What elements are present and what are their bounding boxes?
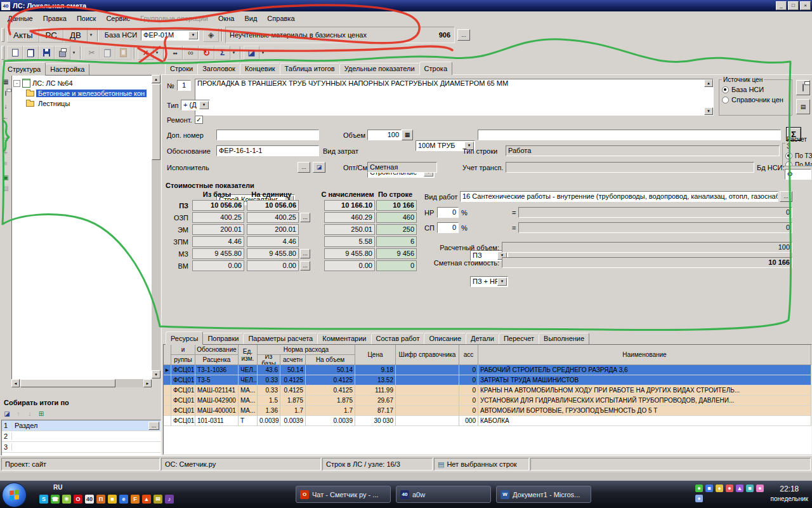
quick-launch-icon[interactable]: S xyxy=(39,495,48,504)
header-mass[interactable]: асс xyxy=(459,345,478,365)
header-code[interactable]: Шифр справочника xyxy=(396,345,459,365)
cost-more-button[interactable]: ... xyxy=(300,249,310,258)
base-nsi-select[interactable]: ФЕР-01М ▼ xyxy=(141,30,199,41)
type-select[interactable]: + (Д ▼ xyxy=(181,100,210,110)
work-type-field[interactable]: 16 Сантехнические работы - внутренние (т… xyxy=(460,191,778,202)
tray-icon[interactable]: ♦ xyxy=(695,495,703,502)
recalculate-button[interactable]: ↻ xyxy=(199,46,214,60)
move-left-button[interactable]: ← xyxy=(1,112,11,122)
volume-field[interactable]: 100 xyxy=(367,130,402,140)
header-basis[interactable]: Обоснование xyxy=(195,345,239,355)
nr-percent-field[interactable]: 0 xyxy=(437,207,459,218)
quick-launch-icon[interactable]: 40 xyxy=(85,495,94,504)
task-button[interactable]: О Чат - Сметчик ру - ... xyxy=(296,486,391,503)
price-source-option[interactable]: Справочник цен xyxy=(722,95,789,105)
dv-button[interactable]: ДВ xyxy=(63,28,88,43)
scroll-down-icon[interactable]: ▼ xyxy=(152,370,160,378)
close-button[interactable]: × xyxy=(800,1,811,10)
detail-tab[interactable]: Пересчет xyxy=(499,333,539,344)
resource-row[interactable]: ФСЦ01 МАШ-400001 МА... 1.36 1.7 1.7 87.1… xyxy=(164,406,811,416)
cost-per-unit-field[interactable]: 4.46 xyxy=(247,236,299,247)
cost-from-base-field[interactable]: 400.25 xyxy=(192,212,244,223)
minimize-button[interactable]: _ xyxy=(776,1,787,10)
move-down-button[interactable]: ↓ xyxy=(1,101,11,111)
detail-tab[interactable]: Параметры расчета xyxy=(243,333,318,344)
header-per-volume[interactable]: На объем xyxy=(306,355,355,365)
tree-vscrollbar[interactable]: ▲ ▼ xyxy=(152,75,160,378)
print-button[interactable] xyxy=(55,46,70,60)
structure-tab[interactable]: Настройка xyxy=(45,64,89,75)
list-view-button[interactable]: ≡ xyxy=(1,158,11,168)
sp-percent-field[interactable]: 0 xyxy=(437,222,459,233)
cost-per-unit-field[interactable]: 10 056.06 xyxy=(247,200,299,211)
sp-base-select[interactable]: ПЗ + НР ▼ xyxy=(470,276,508,287)
report-button[interactable]: ▣ xyxy=(1,172,11,182)
sheet-button[interactable]: ▤ xyxy=(1,183,11,193)
quick-launch-icon[interactable]: ♪ xyxy=(165,495,174,504)
work-name-field[interactable]: ПРОКЛАДКА В ТРАНШЕЯХ ТРУБ ЧУГУННЫХ НАПОР… xyxy=(195,79,714,116)
task-button[interactable]: W Документ1 - Micros... xyxy=(496,486,591,503)
quick-launch-icon[interactable]: ✳ xyxy=(62,495,71,504)
volume-formula-field[interactable] xyxy=(478,130,781,140)
maximize-button[interactable]: □ xyxy=(788,1,799,10)
tree-hscrollbar[interactable]: ◄ ► xyxy=(11,379,152,387)
tray-icon[interactable]: ■ xyxy=(705,485,713,492)
cost-accrued-field[interactable]: 460.29 xyxy=(324,212,375,223)
clear-button[interactable]: ◪ xyxy=(244,46,259,60)
sum-options-chevron-icon[interactable]: ▼ xyxy=(230,46,237,60)
copy-button[interactable] xyxy=(100,46,115,60)
cut-button[interactable]: ✂ xyxy=(84,46,100,60)
scroll-thumb[interactable] xyxy=(152,84,160,160)
quick-launch-icon[interactable]: e xyxy=(119,495,128,504)
price-source-option[interactable]: База НСИ xyxy=(722,84,789,95)
cost-from-base-field[interactable]: 200.01 xyxy=(192,224,244,235)
calc-mode-option[interactable]: По ТЗ xyxy=(785,151,812,160)
shift-right-button[interactable]: ⇉ xyxy=(1,133,11,144)
radio-icon[interactable] xyxy=(785,161,792,167)
detail-tab[interactable]: Ресурсы xyxy=(166,331,203,345)
resource-row[interactable]: ФСЦ01 МАШ-042900 МА... 1.5 1.875 1.875 2… xyxy=(164,396,811,406)
totals-row-more-button[interactable]: ... xyxy=(148,422,159,430)
header-group-sub[interactable]: руппы xyxy=(171,355,195,365)
editor-tab[interactable]: Строки xyxy=(165,63,198,74)
cost-per-unit-field[interactable]: 0.00 xyxy=(247,260,299,271)
clear-options-chevron-icon[interactable]: ▼ xyxy=(259,46,266,60)
cost-accrued-field[interactable]: 250.01 xyxy=(324,224,375,235)
header-from-base[interactable]: Из базы xyxy=(258,355,280,365)
resource-row[interactable]: ФСЦ01 Т3-5 ЧЕЛ... 0.33 0.4125 0.4125 13.… xyxy=(164,375,811,385)
cost-per-unit-field[interactable]: 200.01 xyxy=(247,224,299,235)
menu-item[interactable]: Справка xyxy=(262,13,299,24)
tray-icon[interactable]: ● xyxy=(756,485,764,492)
panel-toggle-button[interactable]: ▤ xyxy=(796,99,810,114)
detail-tab[interactable]: Состав работ xyxy=(371,333,425,344)
menu-item[interactable]: Правка xyxy=(38,13,72,24)
name-scroll-up-icon[interactable]: ▲ xyxy=(704,79,713,87)
resource-row[interactable]: ▶ ФСЦ01 Т3-1-1036 ЧЕЛ... 43.6 50.14 50.1… xyxy=(164,365,811,375)
cost-accrued-field[interactable]: 9 455.80 xyxy=(324,248,375,259)
cost-per-unit-field[interactable]: 400.25 xyxy=(247,212,299,223)
detail-tab[interactable]: Описание xyxy=(424,333,466,344)
editor-tab[interactable]: Таблица итогов xyxy=(280,63,340,74)
tree-root[interactable]: - ЛС: ЛС №64 xyxy=(12,78,152,88)
tray-icon[interactable]: ● xyxy=(695,485,703,492)
totals-clear-button[interactable]: ◪ xyxy=(2,408,12,418)
cost-more-button[interactable]: ... xyxy=(300,213,310,222)
delete-options-chevron-icon[interactable]: ▼ xyxy=(154,46,160,60)
executor-more-button[interactable]: ... xyxy=(298,162,310,173)
editor-tab[interactable]: Заголовок xyxy=(197,63,240,74)
totals-row[interactable]: 2 xyxy=(2,431,160,442)
chevron-down-icon[interactable]: ▼ xyxy=(88,28,95,42)
resource-row[interactable]: ФСЦ01 МАШ-021141 МА... 0.33 0.4125 0.412… xyxy=(164,385,811,396)
tray-icon[interactable]: ♦ xyxy=(716,485,723,492)
scroll-left-icon[interactable]: ◄ xyxy=(11,379,20,387)
scroll-right-icon[interactable]: ► xyxy=(143,379,152,387)
tree-item[interactable]: Лестницы xyxy=(12,98,152,109)
sum-button[interactable]: Σ xyxy=(214,46,230,60)
quick-launch-icon[interactable]: ✉ xyxy=(154,495,162,504)
header-group-top[interactable]: и xyxy=(171,345,195,355)
quick-launch-icon[interactable]: ▲ xyxy=(142,495,151,504)
cost-from-base-field[interactable]: 0.00 xyxy=(192,260,244,271)
quick-launch-icon[interactable]: O xyxy=(74,495,82,504)
print-options-chevron-icon[interactable]: ▼ xyxy=(70,46,77,60)
executor-clear-button[interactable]: ◪ xyxy=(313,162,325,173)
